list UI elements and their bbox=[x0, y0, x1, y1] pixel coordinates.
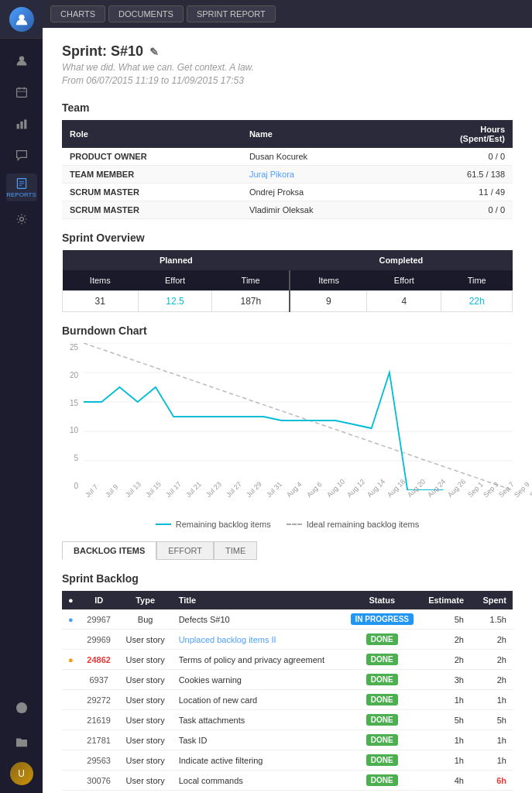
backlog-title: Sprint Report bbox=[173, 791, 345, 794]
team-role: SCRUM MASTER bbox=[62, 201, 242, 219]
backlog-dot bbox=[62, 730, 80, 750]
sidebar-item-settings[interactable] bbox=[6, 205, 37, 233]
team-col-hours: Hours(Spent/Est) bbox=[396, 120, 513, 148]
col-title: Title bbox=[173, 591, 345, 609]
team-name-link[interactable]: Juraj Pikora bbox=[249, 170, 294, 179]
backlog-title: Task ID bbox=[173, 730, 345, 750]
topnav-documents-btn[interactable]: DOCUMENTS bbox=[108, 5, 184, 22]
tab-time[interactable]: TIME bbox=[214, 541, 257, 560]
team-hours: 0 / 0 bbox=[396, 148, 513, 166]
topnav-charts-btn[interactable]: CHARTS bbox=[50, 5, 105, 22]
completed-time-val: 22h bbox=[441, 291, 513, 312]
backlog-title: Cookies warning bbox=[173, 670, 345, 690]
col-dot: ● bbox=[62, 591, 80, 609]
backlog-row: 6937 User story Cookies warning DONE 3h … bbox=[62, 670, 513, 690]
backlog-id: 6937 bbox=[80, 670, 118, 690]
sidebar-item-reports-label: REPORTS bbox=[6, 191, 36, 198]
backlog-id: 29969 bbox=[80, 630, 118, 650]
backlog-type: User story bbox=[118, 710, 173, 730]
sidebar-item-circle-icon[interactable] bbox=[6, 694, 37, 722]
backlog-dot: ● bbox=[62, 609, 80, 630]
backlog-type: Bug bbox=[118, 609, 173, 630]
team-name[interactable]: Juraj Pikora bbox=[242, 166, 396, 184]
team-hours: 0 / 0 bbox=[396, 201, 513, 219]
backlog-dot: ● bbox=[62, 650, 80, 670]
legend-dashed: Ideal remaining backlog items bbox=[287, 520, 420, 529]
backlog-title: Terms of policy and privacy agreement bbox=[173, 650, 345, 670]
legend-solid-line bbox=[156, 524, 171, 525]
tab-effort[interactable]: EFFORT bbox=[156, 541, 214, 560]
sidebar-item-reports[interactable]: REPORTS bbox=[6, 173, 37, 201]
backlog-spent: 6h bbox=[470, 771, 513, 791]
sprint-title: Sprint: S#10 ✎ bbox=[62, 43, 513, 60]
team-name: Ondrej Proksa bbox=[242, 184, 396, 201]
team-name: Dusan Kocurek bbox=[242, 148, 396, 166]
svg-rect-6 bbox=[16, 124, 19, 129]
backlog-id: 24862 bbox=[80, 650, 118, 670]
backlog-type: User story bbox=[118, 750, 173, 771]
col-planned-items: Items bbox=[63, 270, 139, 291]
col-status: Status bbox=[345, 591, 420, 609]
sprint-dates: From 06/07/2015 11:19 to 11/09/2015 17:5… bbox=[62, 75, 513, 86]
backlog-id: 21619 bbox=[80, 710, 118, 730]
sidebar-nav: REPORTS bbox=[0, 39, 43, 233]
backlog-row: 29563 User story Indicate active filteri… bbox=[62, 750, 513, 771]
main-content: CHARTS DOCUMENTS SPRINT REPORT Sprint: S… bbox=[43, 0, 532, 793]
backlog-title: Defects S#10 bbox=[173, 609, 345, 630]
team-role: TEAM MEMBER bbox=[62, 166, 242, 184]
sidebar-item-person[interactable] bbox=[6, 46, 37, 74]
backlog-table: ● ID Type Title Status Estimate Spent ● … bbox=[62, 591, 513, 793]
backlog-dot bbox=[62, 710, 80, 730]
backlog-id: 29272 bbox=[80, 690, 118, 710]
sidebar-item-barchart[interactable] bbox=[6, 110, 37, 138]
backlog-status: DONE bbox=[345, 630, 420, 650]
backlog-type: User story bbox=[118, 630, 173, 650]
backlog-spent: 1.5h bbox=[470, 609, 513, 630]
sidebar-item-calendar[interactable] bbox=[6, 78, 37, 106]
backlog-row: 21781 User story Task ID DONE 1h 1h bbox=[62, 730, 513, 750]
sidebar-item-chat[interactable] bbox=[6, 142, 37, 170]
team-col-name: Name bbox=[242, 120, 396, 148]
backlog-title: Local commands bbox=[173, 771, 345, 791]
svg-rect-2 bbox=[16, 88, 26, 97]
backlog-dot bbox=[62, 630, 80, 650]
backlog-status: DONE bbox=[345, 730, 420, 750]
topnav-sprint-report-btn[interactable]: SPRINT REPORT bbox=[187, 5, 276, 22]
sidebar-item-folder[interactable] bbox=[6, 728, 37, 756]
planned-header: Planned bbox=[63, 250, 290, 270]
team-hours: 61.5 / 138 bbox=[396, 166, 513, 184]
svg-point-0 bbox=[19, 14, 24, 19]
chart-x-labels: Jul 7 Jul 9 Jul 13 Jul 15 Jul 17 Jul 21 … bbox=[84, 490, 513, 513]
col-completed-effort: Effort bbox=[367, 270, 441, 291]
backlog-type: User story bbox=[118, 650, 173, 670]
backlog-estimate: 1h bbox=[420, 750, 470, 771]
sidebar-avatar[interactable]: U bbox=[10, 762, 33, 785]
col-spent: Spent bbox=[470, 591, 513, 609]
sprint-overview-title: Sprint Overview bbox=[62, 232, 513, 244]
backlog-type: User story bbox=[118, 771, 173, 791]
backlog-estimate: 5h bbox=[420, 710, 470, 730]
backlog-id: 29967 bbox=[80, 609, 118, 630]
backlog-title: Location of new card bbox=[173, 690, 345, 710]
backlog-estimate: 2h bbox=[420, 650, 470, 670]
backlog-spent: 2h bbox=[470, 650, 513, 670]
col-planned-time: Time bbox=[212, 270, 290, 291]
backlog-title[interactable]: Unplaced backlog items II bbox=[173, 630, 345, 650]
backlog-spent: 2h bbox=[470, 670, 513, 690]
legend-solid: Remaining backlog items bbox=[156, 520, 271, 529]
backlog-row: ● 24882 User story Sprint Report IN PROG… bbox=[62, 791, 513, 794]
backlog-spent: 2h bbox=[470, 630, 513, 650]
backlog-id: 24882 bbox=[80, 791, 118, 794]
sprint-edit-icon[interactable]: ✎ bbox=[149, 46, 159, 58]
svg-point-1 bbox=[19, 56, 23, 60]
backlog-type: User story bbox=[118, 730, 173, 750]
planned-effort-val: 12.5 bbox=[138, 291, 212, 312]
team-row: TEAM MEMBER Juraj Pikora 61.5 / 138 bbox=[62, 166, 513, 184]
backlog-title: Indicate active filtering bbox=[173, 750, 345, 771]
tab-backlog-items[interactable]: BACKLOG ITEMS bbox=[62, 541, 156, 560]
col-planned-effort: Effort bbox=[138, 270, 212, 291]
sidebar-logo[interactable] bbox=[0, 0, 43, 39]
svg-line-22 bbox=[84, 343, 513, 490]
sprint-header: Sprint: S#10 ✎ What we did. What we can.… bbox=[62, 43, 513, 86]
svg-rect-7 bbox=[20, 122, 22, 129]
